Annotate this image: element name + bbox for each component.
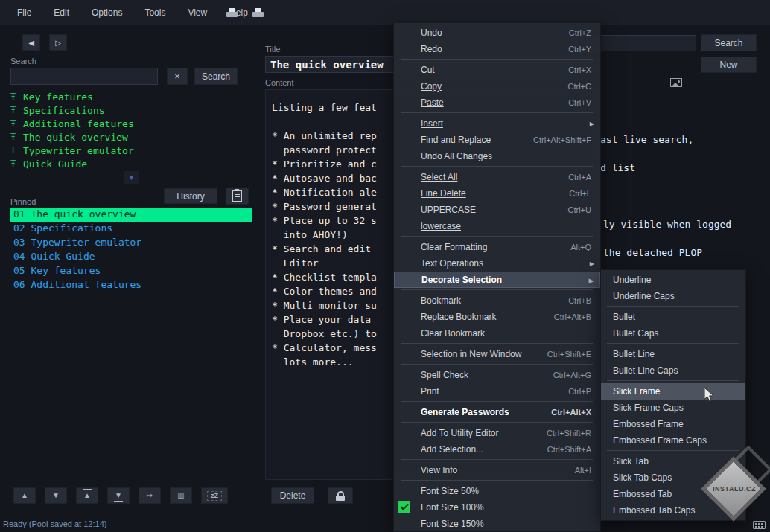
move-down-button[interactable]: ▼: [45, 487, 67, 504]
nav-back-button[interactable]: ◀: [22, 34, 40, 51]
menu-item-shortcut: Ctrl+Y: [555, 45, 591, 54]
right-search-button[interactable]: Search: [701, 34, 757, 51]
watermark-text: INSTALU.CZ: [699, 485, 770, 493]
history-button[interactable]: History: [164, 188, 217, 204]
new-button[interactable]: New: [701, 57, 757, 73]
pinned-item[interactable]: 04 Quick Guide: [10, 251, 252, 265]
menu-separator: [401, 480, 593, 481]
menu-separator: [401, 166, 593, 167]
menu-item[interactable]: RedoCtrl+Y: [394, 41, 600, 57]
menu-item[interactable]: PrintCtrl+P: [394, 383, 600, 400]
print-icon[interactable]: [226, 8, 238, 17]
expand-down-icon[interactable]: ▼: [124, 171, 139, 184]
pinned-list: 01 The quick overview02 Specifications03…: [10, 208, 252, 293]
submenu-item[interactable]: Embossed Frame Caps: [601, 432, 745, 449]
menu-edit[interactable]: Edit: [42, 0, 80, 25]
menu-item[interactable]: Spell CheckCtrl+Alt+G: [394, 367, 600, 383]
menu-item[interactable]: Text Operations▶: [394, 255, 600, 272]
menubar-icon-group: [226, 0, 264, 25]
menu-item-label: Paste: [421, 97, 444, 108]
columns-button[interactable]: ▥: [170, 487, 192, 504]
menu-item-shortcut: Ctrl+U: [555, 205, 591, 214]
menu-item[interactable]: CutCtrl+X: [394, 62, 600, 78]
menu-item[interactable]: Selection in New WindowCtrl+Shift+E: [394, 346, 600, 362]
menu-item[interactable]: UPPERCASECtrl+U: [394, 202, 600, 218]
menu-separator: [607, 306, 739, 307]
menu-item[interactable]: Generate PasswordsCtrl+Alt+X: [394, 404, 600, 420]
submenu-item[interactable]: Bullet Line: [601, 346, 745, 362]
menu-item-shortcut: Ctrl+A: [555, 173, 591, 182]
menu-item-label: View Info: [421, 465, 457, 475]
menu-item-label: UPPERCASE: [421, 205, 476, 215]
tree-item[interactable]: ŦKey features: [10, 90, 246, 103]
menu-item[interactable]: UndoCtrl+Z: [394, 25, 600, 41]
submenu-item[interactable]: Bullet: [601, 309, 745, 325]
search-button[interactable]: Search: [194, 68, 238, 85]
clipboard-icon: [232, 190, 242, 202]
menu-item[interactable]: Font Size 100%: [394, 499, 600, 516]
pinned-item[interactable]: 02 Specifications: [10, 222, 252, 237]
tree-item[interactable]: ŦQuick Guide: [10, 157, 246, 170]
send-to-editor-button[interactable]: ↦: [139, 487, 161, 504]
tree-item[interactable]: ŦSpecifications: [10, 103, 246, 117]
menu-item[interactable]: Undo All Changes: [394, 148, 600, 164]
tree-item[interactable]: ŦAdditional features: [10, 117, 246, 130]
sleep-icon: zZ: [207, 491, 222, 501]
menu-item[interactable]: Select AllCtrl+A: [394, 169, 600, 185]
sleep-button[interactable]: zZ: [201, 487, 228, 504]
menu-item[interactable]: Font Size 150%: [394, 516, 600, 532]
menu-item[interactable]: Clear FormattingAlt+Q: [394, 239, 600, 255]
move-to-top-button[interactable]: ▲: [76, 487, 98, 504]
menu-item[interactable]: BookmarkCtrl+B: [394, 292, 600, 309]
move-up-button[interactable]: ▲: [13, 487, 36, 504]
pinned-item[interactable]: 06 Additional features: [10, 279, 252, 293]
menu-item[interactable]: Font Size 50%: [394, 483, 600, 499]
tree-item[interactable]: ŦThe quick overview: [10, 130, 246, 144]
clipboard-button[interactable]: [226, 188, 249, 205]
submenu-item-label: Slick Frame Caps: [613, 403, 684, 413]
menu-item[interactable]: Find and ReplaceCtrl+Alt+Shift+F: [394, 132, 600, 148]
submenu-item[interactable]: Slick Frame: [601, 383, 745, 400]
mouse-cursor-icon: [704, 387, 716, 406]
menu-item-label: Cut: [421, 65, 435, 75]
move-to-bottom-button[interactable]: ▼: [107, 487, 130, 504]
menu-item[interactable]: Add Selection...Ctrl+Shift+A: [394, 441, 600, 458]
submenu-item[interactable]: Underline Caps: [601, 288, 745, 304]
menu-item[interactable]: View InfoAlt+I: [394, 462, 600, 478]
tree-node-icon: Ŧ: [10, 158, 18, 169]
pinned-item[interactable]: 05 Key features: [10, 265, 252, 279]
pinned-item[interactable]: 03 Typewriter emulator: [10, 237, 252, 251]
lock-button[interactable]: [328, 487, 353, 504]
menubar: FileEditOptionsToolsViewHelp: [0, 0, 770, 25]
menu-item[interactable]: lowercase: [394, 218, 600, 234]
menu-item[interactable]: Decorate Selection▶: [394, 272, 600, 288]
right-text-fragment: the detached PLOP: [603, 247, 702, 258]
submenu-item[interactable]: Embossed Frame: [601, 416, 745, 432]
submenu-item[interactable]: Bullet Line Caps: [601, 362, 745, 379]
copier-icon[interactable]: [252, 8, 264, 17]
delete-button[interactable]: Delete: [271, 487, 314, 504]
menu-item[interactable]: Line DeleteCtrl+L: [394, 185, 600, 202]
clear-search-button[interactable]: ×: [167, 68, 188, 85]
menu-tools[interactable]: Tools: [133, 0, 176, 25]
menu-file[interactable]: File: [6, 0, 42, 25]
menu-item-shortcut: Ctrl+L: [556, 189, 591, 198]
submenu-item[interactable]: Underline: [601, 272, 745, 288]
search-input[interactable]: [10, 68, 158, 85]
submenu-item[interactable]: Bullet Caps: [601, 325, 745, 342]
menu-options[interactable]: Options: [80, 0, 133, 25]
nav-forward-button[interactable]: ▷: [49, 34, 67, 51]
search-label: Search: [10, 57, 36, 65]
menu-item[interactable]: Clear Bookmark: [394, 325, 600, 342]
menu-view[interactable]: View: [176, 0, 218, 25]
menu-item[interactable]: PasteCtrl+V: [394, 94, 600, 111]
menu-item[interactable]: CopyCtrl+C: [394, 78, 600, 94]
pinned-item[interactable]: 01 The quick overview: [10, 208, 252, 222]
menu-item[interactable]: Insert▶: [394, 115, 600, 132]
tree-item[interactable]: ŦTypewriter emulator: [10, 144, 246, 157]
menu-item-label: Font Size 100%: [421, 502, 484, 513]
submenu-item[interactable]: Slick Frame Caps: [601, 400, 745, 416]
menu-item-label: Font Size 50%: [421, 486, 479, 496]
menu-item[interactable]: Replace BookmarkCtrl+Alt+B: [394, 309, 600, 325]
menu-item[interactable]: Add To Utility EditorCtrl+Shift+R: [394, 425, 600, 441]
